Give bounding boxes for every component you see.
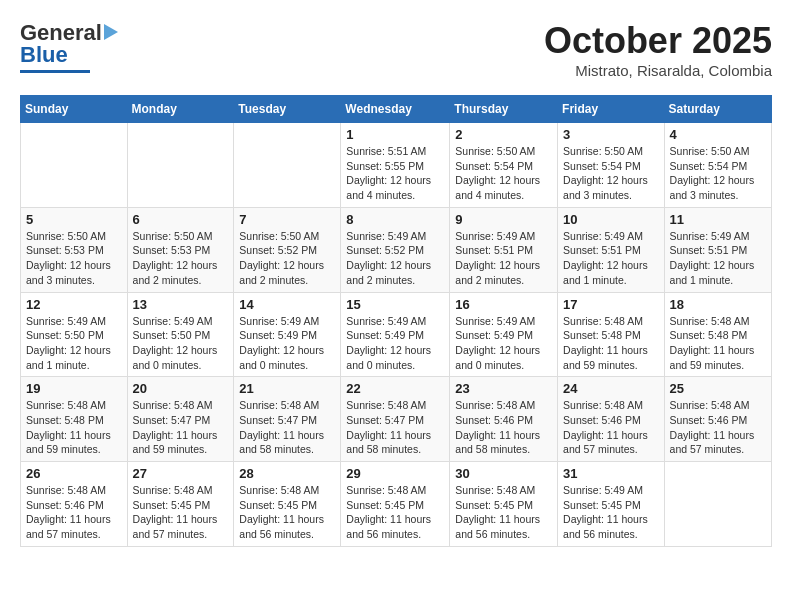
day-number: 9 (455, 212, 552, 227)
day-info: Sunrise: 5:51 AM Sunset: 5:55 PM Dayligh… (346, 144, 444, 203)
calendar-cell: 9Sunrise: 5:49 AM Sunset: 5:51 PM Daylig… (450, 207, 558, 292)
logo: General Blue (20, 20, 126, 73)
day-number: 18 (670, 297, 766, 312)
col-header-sunday: Sunday (21, 96, 128, 123)
calendar-cell (21, 123, 128, 208)
logo-arrow-icon (104, 22, 126, 42)
day-info: Sunrise: 5:49 AM Sunset: 5:50 PM Dayligh… (133, 314, 229, 373)
calendar-cell: 1Sunrise: 5:51 AM Sunset: 5:55 PM Daylig… (341, 123, 450, 208)
day-info: Sunrise: 5:50 AM Sunset: 5:54 PM Dayligh… (563, 144, 659, 203)
day-info: Sunrise: 5:48 AM Sunset: 5:46 PM Dayligh… (455, 398, 552, 457)
logo-text-blue: Blue (20, 42, 68, 68)
day-info: Sunrise: 5:48 AM Sunset: 5:45 PM Dayligh… (455, 483, 552, 542)
calendar-cell: 21Sunrise: 5:48 AM Sunset: 5:47 PM Dayli… (234, 377, 341, 462)
day-number: 1 (346, 127, 444, 142)
col-header-thursday: Thursday (450, 96, 558, 123)
day-info: Sunrise: 5:49 AM Sunset: 5:52 PM Dayligh… (346, 229, 444, 288)
day-number: 23 (455, 381, 552, 396)
day-number: 26 (26, 466, 122, 481)
day-info: Sunrise: 5:48 AM Sunset: 5:48 PM Dayligh… (26, 398, 122, 457)
header-row: SundayMondayTuesdayWednesdayThursdayFrid… (21, 96, 772, 123)
calendar-cell: 12Sunrise: 5:49 AM Sunset: 5:50 PM Dayli… (21, 292, 128, 377)
week-row-1: 1Sunrise: 5:51 AM Sunset: 5:55 PM Daylig… (21, 123, 772, 208)
day-info: Sunrise: 5:49 AM Sunset: 5:51 PM Dayligh… (563, 229, 659, 288)
calendar-cell: 10Sunrise: 5:49 AM Sunset: 5:51 PM Dayli… (558, 207, 665, 292)
title-block: October 2025 Mistrato, Risaralda, Colomb… (544, 20, 772, 79)
day-number: 31 (563, 466, 659, 481)
day-info: Sunrise: 5:48 AM Sunset: 5:47 PM Dayligh… (239, 398, 335, 457)
day-info: Sunrise: 5:48 AM Sunset: 5:47 PM Dayligh… (346, 398, 444, 457)
day-number: 19 (26, 381, 122, 396)
calendar-cell: 16Sunrise: 5:49 AM Sunset: 5:49 PM Dayli… (450, 292, 558, 377)
calendar-cell: 8Sunrise: 5:49 AM Sunset: 5:52 PM Daylig… (341, 207, 450, 292)
calendar-cell: 28Sunrise: 5:48 AM Sunset: 5:45 PM Dayli… (234, 462, 341, 547)
logo-underline (20, 70, 90, 73)
day-info: Sunrise: 5:48 AM Sunset: 5:45 PM Dayligh… (133, 483, 229, 542)
day-number: 4 (670, 127, 766, 142)
page-header: General Blue October 2025 Mistrato, Risa… (20, 20, 772, 79)
col-header-monday: Monday (127, 96, 234, 123)
calendar-table: SundayMondayTuesdayWednesdayThursdayFrid… (20, 95, 772, 547)
day-info: Sunrise: 5:50 AM Sunset: 5:53 PM Dayligh… (26, 229, 122, 288)
svg-marker-0 (104, 24, 118, 40)
calendar-cell: 23Sunrise: 5:48 AM Sunset: 5:46 PM Dayli… (450, 377, 558, 462)
day-number: 15 (346, 297, 444, 312)
day-number: 30 (455, 466, 552, 481)
day-info: Sunrise: 5:48 AM Sunset: 5:48 PM Dayligh… (670, 314, 766, 373)
day-number: 2 (455, 127, 552, 142)
col-header-wednesday: Wednesday (341, 96, 450, 123)
day-number: 16 (455, 297, 552, 312)
day-info: Sunrise: 5:48 AM Sunset: 5:45 PM Dayligh… (346, 483, 444, 542)
week-row-5: 26Sunrise: 5:48 AM Sunset: 5:46 PM Dayli… (21, 462, 772, 547)
calendar-cell: 26Sunrise: 5:48 AM Sunset: 5:46 PM Dayli… (21, 462, 128, 547)
calendar-cell: 27Sunrise: 5:48 AM Sunset: 5:45 PM Dayli… (127, 462, 234, 547)
day-info: Sunrise: 5:50 AM Sunset: 5:54 PM Dayligh… (670, 144, 766, 203)
day-number: 11 (670, 212, 766, 227)
day-info: Sunrise: 5:49 AM Sunset: 5:49 PM Dayligh… (239, 314, 335, 373)
day-info: Sunrise: 5:48 AM Sunset: 5:46 PM Dayligh… (670, 398, 766, 457)
calendar-cell (127, 123, 234, 208)
day-info: Sunrise: 5:48 AM Sunset: 5:46 PM Dayligh… (26, 483, 122, 542)
day-number: 7 (239, 212, 335, 227)
day-number: 13 (133, 297, 229, 312)
day-number: 14 (239, 297, 335, 312)
col-header-saturday: Saturday (664, 96, 771, 123)
day-number: 21 (239, 381, 335, 396)
location-subtitle: Mistrato, Risaralda, Colombia (544, 62, 772, 79)
day-info: Sunrise: 5:50 AM Sunset: 5:53 PM Dayligh… (133, 229, 229, 288)
calendar-cell: 3Sunrise: 5:50 AM Sunset: 5:54 PM Daylig… (558, 123, 665, 208)
day-number: 6 (133, 212, 229, 227)
calendar-cell: 31Sunrise: 5:49 AM Sunset: 5:45 PM Dayli… (558, 462, 665, 547)
calendar-cell: 6Sunrise: 5:50 AM Sunset: 5:53 PM Daylig… (127, 207, 234, 292)
day-number: 10 (563, 212, 659, 227)
day-number: 5 (26, 212, 122, 227)
day-number: 3 (563, 127, 659, 142)
calendar-cell: 7Sunrise: 5:50 AM Sunset: 5:52 PM Daylig… (234, 207, 341, 292)
day-number: 25 (670, 381, 766, 396)
day-number: 24 (563, 381, 659, 396)
day-info: Sunrise: 5:49 AM Sunset: 5:51 PM Dayligh… (455, 229, 552, 288)
col-header-tuesday: Tuesday (234, 96, 341, 123)
day-info: Sunrise: 5:49 AM Sunset: 5:51 PM Dayligh… (670, 229, 766, 288)
day-number: 29 (346, 466, 444, 481)
calendar-cell: 24Sunrise: 5:48 AM Sunset: 5:46 PM Dayli… (558, 377, 665, 462)
calendar-cell: 4Sunrise: 5:50 AM Sunset: 5:54 PM Daylig… (664, 123, 771, 208)
calendar-cell: 20Sunrise: 5:48 AM Sunset: 5:47 PM Dayli… (127, 377, 234, 462)
day-number: 12 (26, 297, 122, 312)
day-info: Sunrise: 5:48 AM Sunset: 5:48 PM Dayligh… (563, 314, 659, 373)
col-header-friday: Friday (558, 96, 665, 123)
day-info: Sunrise: 5:49 AM Sunset: 5:45 PM Dayligh… (563, 483, 659, 542)
calendar-cell: 17Sunrise: 5:48 AM Sunset: 5:48 PM Dayli… (558, 292, 665, 377)
calendar-cell (664, 462, 771, 547)
calendar-cell: 18Sunrise: 5:48 AM Sunset: 5:48 PM Dayli… (664, 292, 771, 377)
calendar-cell: 13Sunrise: 5:49 AM Sunset: 5:50 PM Dayli… (127, 292, 234, 377)
calendar-cell: 11Sunrise: 5:49 AM Sunset: 5:51 PM Dayli… (664, 207, 771, 292)
day-info: Sunrise: 5:48 AM Sunset: 5:46 PM Dayligh… (563, 398, 659, 457)
day-number: 27 (133, 466, 229, 481)
calendar-cell (234, 123, 341, 208)
day-info: Sunrise: 5:49 AM Sunset: 5:49 PM Dayligh… (455, 314, 552, 373)
day-info: Sunrise: 5:50 AM Sunset: 5:54 PM Dayligh… (455, 144, 552, 203)
day-info: Sunrise: 5:48 AM Sunset: 5:47 PM Dayligh… (133, 398, 229, 457)
day-info: Sunrise: 5:49 AM Sunset: 5:49 PM Dayligh… (346, 314, 444, 373)
day-number: 20 (133, 381, 229, 396)
